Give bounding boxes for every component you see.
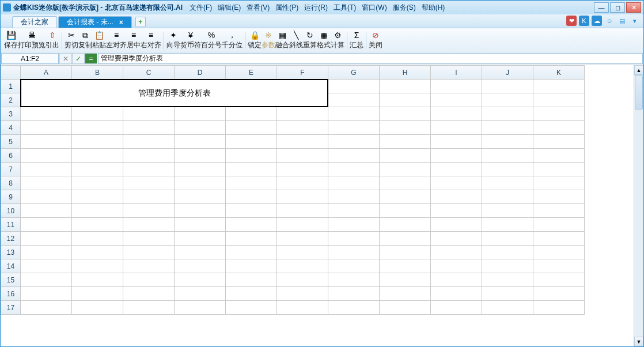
feedback-icon[interactable]: ▤ [617, 16, 627, 26]
merge-button[interactable]: ▦融合 [275, 29, 289, 52]
cell-B10[interactable] [72, 204, 123, 218]
cell-E6[interactable] [226, 149, 277, 163]
cell-D16[interactable] [175, 287, 226, 301]
cell-D10[interactable] [175, 204, 226, 218]
cell-F7[interactable] [277, 163, 328, 176]
diagonal-button[interactable]: ╲斜线 [289, 29, 303, 52]
col-header-D[interactable]: D [175, 66, 226, 80]
row-header-6[interactable]: 6 [1, 149, 21, 163]
cell-F16[interactable] [277, 287, 328, 301]
cell-C10[interactable] [123, 204, 175, 218]
cell-C6[interactable] [123, 149, 175, 163]
menu-edit[interactable]: 编辑(E) [217, 3, 242, 13]
cell-E8[interactable] [226, 176, 277, 190]
cell-E9[interactable] [226, 190, 277, 204]
row-header-9[interactable]: 9 [1, 190, 21, 204]
close-report-button[interactable]: ⊘关闭 [369, 29, 382, 52]
align-right-button[interactable]: ≡右对齐 [141, 29, 161, 52]
cell-D15[interactable] [175, 273, 226, 287]
grid-viewport[interactable]: ABCDEFGHIJK1管理费用季度分析表2345678910111213141… [1, 65, 634, 346]
cell-A15[interactable] [21, 273, 72, 287]
cell-D7[interactable] [175, 163, 226, 176]
cell-H7[interactable] [380, 163, 431, 176]
cell-C14[interactable] [123, 259, 175, 273]
tab-close-icon[interactable]: × [119, 18, 123, 27]
recalc-button[interactable]: ↻重算 [303, 29, 317, 52]
cell-I2[interactable] [431, 93, 482, 107]
cell-I7[interactable] [431, 163, 482, 176]
cell-F6[interactable] [277, 149, 328, 163]
cell-C8[interactable] [123, 176, 175, 190]
service-icon-3[interactable]: ☁ [592, 16, 602, 26]
scroll-thumb[interactable] [635, 75, 643, 110]
cell-A6[interactable] [21, 149, 72, 163]
cell-H8[interactable] [380, 176, 431, 190]
cell-J4[interactable] [482, 121, 533, 135]
cell-F9[interactable] [277, 190, 328, 204]
format-button[interactable]: ▦格式 [317, 29, 331, 52]
cell-I12[interactable] [431, 232, 482, 246]
cell-H11[interactable] [380, 218, 431, 232]
col-header-B[interactable]: B [72, 66, 123, 80]
cell-C9[interactable] [123, 190, 175, 204]
row-header-11[interactable]: 11 [1, 218, 21, 232]
cell-E7[interactable] [226, 163, 277, 176]
compute-button[interactable]: ⚙计算 [331, 29, 344, 52]
cell-K6[interactable] [533, 149, 585, 163]
cell-B4[interactable] [72, 121, 123, 135]
cell-E15[interactable] [226, 273, 277, 287]
currency-button[interactable]: ¥货币符 [180, 29, 201, 52]
cell-K14[interactable] [533, 259, 585, 273]
cell-I8[interactable] [431, 176, 482, 190]
export-button[interactable]: ⇧引出 [46, 29, 59, 52]
cancel-edit-button[interactable]: ✕ [59, 53, 72, 64]
cell-I11[interactable] [431, 218, 482, 232]
cell-F3[interactable] [277, 107, 328, 121]
menu-window[interactable]: 窗口(W) [361, 3, 388, 13]
cell-H5[interactable] [380, 135, 431, 149]
fx-button[interactable]: = [85, 53, 97, 64]
cell-B9[interactable] [72, 190, 123, 204]
cell-B5[interactable] [72, 135, 123, 149]
cell-G14[interactable] [328, 259, 380, 273]
cell-C7[interactable] [123, 163, 175, 176]
cell-A12[interactable] [21, 232, 72, 246]
menu-tool[interactable]: 工具(T) [332, 3, 357, 13]
cell-K12[interactable] [533, 232, 585, 246]
menu-attr[interactable]: 属性(P) [274, 3, 300, 13]
cell-F13[interactable] [277, 246, 328, 259]
wizard-button[interactable]: ✦向导 [166, 29, 180, 52]
cell-A1-F2[interactable]: 管理费用季度分析表 [21, 80, 328, 107]
cell-J13[interactable] [482, 246, 533, 259]
thousand-button[interactable]: ，千分位 [222, 29, 243, 52]
cell-I16[interactable] [431, 287, 482, 301]
cell-J5[interactable] [482, 135, 533, 149]
formula-input[interactable]: 管理费用季度分析表 [98, 53, 643, 64]
cell-I9[interactable] [431, 190, 482, 204]
cell-A4[interactable] [21, 121, 72, 135]
cell-I4[interactable] [431, 121, 482, 135]
spreadsheet-grid[interactable]: ABCDEFGHIJK1管理费用季度分析表2345678910111213141… [1, 65, 585, 315]
cell-A17[interactable] [21, 301, 72, 315]
cell-E11[interactable] [226, 218, 277, 232]
cell-A11[interactable] [21, 218, 72, 232]
cell-G3[interactable] [328, 107, 380, 121]
row-header-15[interactable]: 15 [1, 273, 21, 287]
row-header-4[interactable]: 4 [1, 121, 21, 135]
cell-G16[interactable] [328, 287, 380, 301]
cell-F15[interactable] [277, 273, 328, 287]
scroll-up-button[interactable]: ▲ [634, 65, 643, 75]
cell-J11[interactable] [482, 218, 533, 232]
cell-E14[interactable] [226, 259, 277, 273]
col-header-C[interactable]: C [123, 66, 175, 80]
cell-A5[interactable] [21, 135, 72, 149]
cell-F10[interactable] [277, 204, 328, 218]
tab-home[interactable]: 会计之家 [12, 16, 57, 28]
cell-E10[interactable] [226, 204, 277, 218]
dropdown-icon[interactable]: ▾ [630, 16, 640, 26]
cell-B8[interactable] [72, 176, 123, 190]
cell-F8[interactable] [277, 176, 328, 190]
cell-J14[interactable] [482, 259, 533, 273]
cell-J2[interactable] [482, 93, 533, 107]
cell-A10[interactable] [21, 204, 72, 218]
